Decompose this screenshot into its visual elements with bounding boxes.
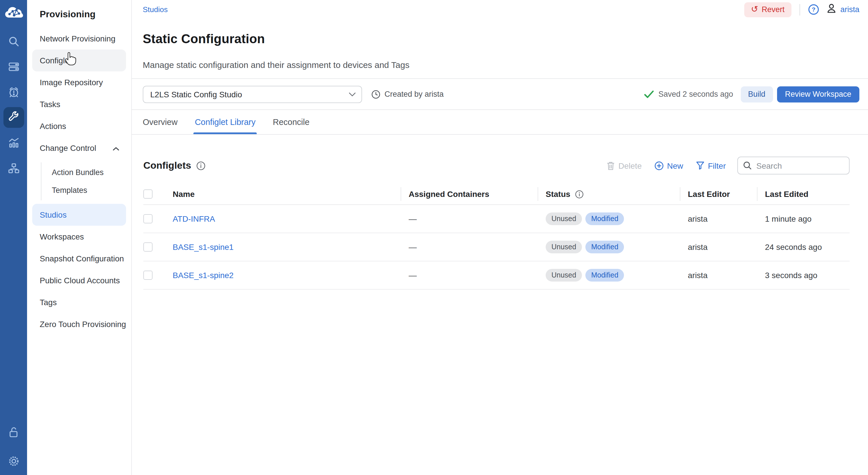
search-input[interactable] <box>755 160 844 171</box>
configlet-link[interactable]: ATD-INFRA <box>173 214 215 224</box>
sidebar-item-label: Studios <box>40 210 126 219</box>
studio-select-value: L2LS Static Config Studio <box>150 90 349 99</box>
info-icon[interactable] <box>196 161 206 171</box>
sidebar-item-label: Network Provisioning <box>40 34 126 43</box>
events-icon[interactable] <box>3 82 24 102</box>
col-last-editor: Last Editor <box>688 184 765 205</box>
undo-arrow-icon: ↺ <box>751 5 758 13</box>
sidebar-item-network-provisioning[interactable]: Network Provisioning <box>32 28 126 50</box>
col-assigned-containers: Assigned Containers <box>409 184 546 205</box>
studio-select[interactable]: L2LS Static Config Studio <box>143 86 362 103</box>
configlets-table: Name Assigned Containers Status Last Edi… <box>143 184 849 290</box>
sidebar-title: Provisioning <box>27 7 131 28</box>
sidebar-item-label: Tasks <box>40 99 126 109</box>
tab-configlet-library[interactable]: Configlet Library <box>195 118 255 135</box>
assigned-containers-value: — <box>409 243 417 252</box>
main-content: Studios ↺ Revert ? <box>132 0 868 475</box>
sidebar-item-workspaces[interactable]: Workspaces <box>32 226 126 247</box>
sidebar-item-label: Actions <box>40 121 126 131</box>
sidebar-item-label: Tags <box>40 298 126 307</box>
sidebar-item-action-bundles[interactable]: Action Bundles <box>41 164 131 181</box>
sidebar-item-snapshot-configuration[interactable]: Snapshot Configuration <box>32 247 126 269</box>
tab-reconcile[interactable]: Reconcile <box>273 118 309 135</box>
sidebar-item-configlets[interactable]: Configlets <box>32 50 126 71</box>
new-label: New <box>667 161 683 171</box>
filter-funnel-icon <box>696 161 705 170</box>
configlet-library-panel: Configlets Delete <box>132 135 868 290</box>
table-header-row: Name Assigned Containers Status Last Edi… <box>143 184 849 205</box>
provisioning-wrench-icon[interactable] <box>3 107 24 128</box>
status-badge-modified: Modified <box>585 269 624 282</box>
topology-icon[interactable] <box>3 158 24 178</box>
sidebar-item-label: Workspaces <box>40 232 126 241</box>
configlets-heading: Configlets <box>143 160 191 172</box>
new-button[interactable]: New <box>654 161 683 171</box>
info-icon[interactable] <box>575 190 584 199</box>
sidebar-item-tasks[interactable]: Tasks <box>32 93 126 115</box>
top-bar: Studios ↺ Revert ? <box>132 0 868 19</box>
tab-overview[interactable]: Overview <box>143 118 178 135</box>
revert-label: Revert <box>762 5 784 14</box>
breadcrumb-studios[interactable]: Studios <box>143 5 168 14</box>
sidebar-item-public-cloud-accounts[interactable]: Public Cloud Accounts <box>32 269 126 291</box>
sidebar-item-label: Zero Touch Provisioning <box>40 320 126 329</box>
search-box[interactable] <box>737 157 849 175</box>
sidebar-item-label: Configlets <box>40 56 126 65</box>
sidebar-item-label: Templates <box>52 186 87 195</box>
last-edited-value: 24 seconds ago <box>765 243 822 252</box>
cloudvision-logo[interactable] <box>3 2 24 23</box>
chevron-down-icon <box>349 92 356 97</box>
username[interactable]: arista <box>840 5 859 14</box>
save-status: Saved 2 seconds ago <box>644 90 733 99</box>
filter-button[interactable]: Filter <box>696 161 726 171</box>
col-status: Status <box>546 184 688 205</box>
sidebar-item-actions[interactable]: Actions <box>32 115 126 137</box>
page-title: Static Configuration <box>132 27 868 46</box>
table-row: ATD-INFRA — Unused Modified arista 1 min… <box>143 205 849 234</box>
provisioning-sidebar: Provisioning Network Provisioning Config… <box>27 0 132 475</box>
sidebar-item-tags[interactable]: Tags <box>32 291 126 313</box>
settings-gear-icon[interactable] <box>3 451 24 472</box>
sidebar-item-image-repository[interactable]: Image Repository <box>32 71 126 93</box>
last-edited-value: 1 minute ago <box>765 214 812 224</box>
last-edited-value: 3 seconds ago <box>765 271 817 280</box>
configlet-link[interactable]: BASE_s1-spine1 <box>173 243 234 252</box>
help-icon[interactable]: ? <box>808 4 819 15</box>
unlock-icon[interactable] <box>3 422 24 443</box>
sidebar-item-label: Change Control <box>40 143 113 153</box>
user-icon[interactable] <box>826 3 837 16</box>
select-all-checkbox[interactable] <box>143 190 153 199</box>
dashboards-icon[interactable] <box>3 132 24 153</box>
sidebar-item-studios[interactable]: Studios <box>32 204 126 226</box>
change-control-subgroup: Action Bundles Templates <box>41 162 131 200</box>
search-icon[interactable] <box>3 31 24 52</box>
assigned-containers-value: — <box>409 271 417 280</box>
sidebar-item-change-control[interactable]: Change Control <box>32 137 126 159</box>
status-badge-modified: Modified <box>585 213 624 226</box>
sidebar-item-label: Action Bundles <box>52 168 103 177</box>
devices-icon[interactable] <box>3 56 24 77</box>
row-checkbox[interactable] <box>143 271 153 280</box>
created-by: Created by arista <box>371 90 444 99</box>
save-status-text: Saved 2 seconds ago <box>658 90 733 99</box>
check-icon <box>644 90 654 98</box>
trash-icon <box>607 161 615 171</box>
studio-bar: L2LS Static Config Studio Created by ari… <box>132 79 868 110</box>
table-row: BASE_s1-spine2 — Unused Modified arista … <box>143 262 849 290</box>
review-workspace-button[interactable]: Review Workspace <box>777 86 859 102</box>
delete-label: Delete <box>618 161 642 171</box>
row-checkbox[interactable] <box>143 243 153 252</box>
sidebar-item-zero-touch-provisioning[interactable]: Zero Touch Provisioning <box>32 313 126 335</box>
created-by-text: Created by arista <box>384 90 444 99</box>
last-editor-value: arista <box>688 271 707 280</box>
assigned-containers-value: — <box>409 214 417 224</box>
row-checkbox[interactable] <box>143 214 153 224</box>
col-name: Name <box>173 184 409 205</box>
filter-label: Filter <box>708 161 726 171</box>
build-button[interactable]: Build <box>741 86 773 102</box>
configlet-link[interactable]: BASE_s1-spine2 <box>173 271 234 280</box>
delete-button[interactable]: Delete <box>607 161 642 171</box>
sidebar-item-label: Image Repository <box>40 78 126 87</box>
revert-button[interactable]: ↺ Revert <box>744 2 792 17</box>
sidebar-item-templates[interactable]: Templates <box>41 181 131 199</box>
